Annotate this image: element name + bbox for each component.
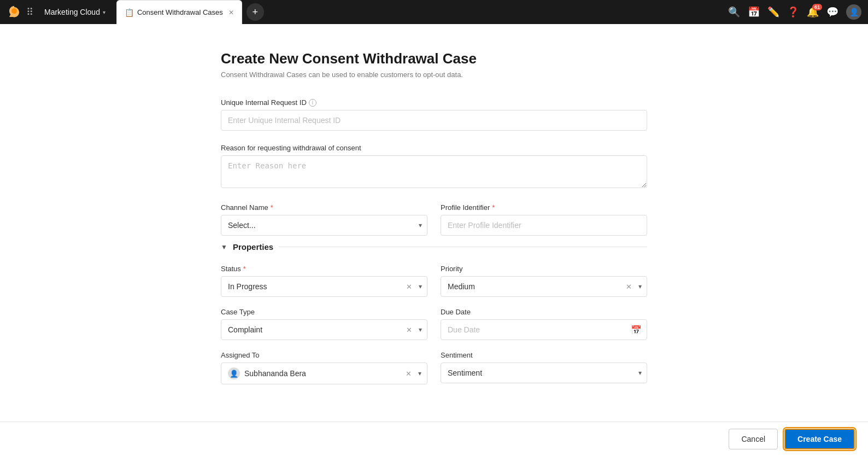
sentiment-select-wrapper: Sentiment Positive Negative Neutral ▾ [441,363,647,383]
tab-label: Consent Withdrawal Cases [137,8,223,16]
status-select-wrapper: In Progress Open Closed ✕ ▾ [221,276,427,297]
tab-bar: 📋 Consent Withdrawal Cases ✕ + [116,0,724,24]
case-type-field-group: Case Type Complaint Inquiry Request ✕ ▾ [221,308,427,340]
tab-icon: 📋 [125,8,134,17]
tab-close-icon[interactable]: ✕ [228,9,234,16]
priority-field-group: Priority Medium Low High ✕ ▾ [441,265,647,297]
due-date-field-group: Due Date 📅 [441,308,647,340]
search-icon[interactable]: 🔍 [728,6,740,18]
profile-identifier-label: Profile Identifier * [441,203,647,212]
status-label: Status * [221,265,427,273]
app-logo [7,4,22,20]
calendar-nav-icon[interactable]: 📅 [748,6,760,18]
help-icon[interactable]: ❓ [787,6,799,18]
case-type-due-date-row: Case Type Complaint Inquiry Request ✕ ▾ … [221,308,647,340]
assigned-to-chevron-icon: ▾ [418,370,421,377]
assignee-name: Subhananda Bera [244,369,407,378]
sentiment-field-group: Sentiment Sentiment Positive Negative Ne… [441,351,647,384]
edit-icon[interactable]: ✏️ [767,6,779,18]
sentiment-label: Sentiment [441,351,647,359]
profile-required-star: * [492,203,495,212]
notifications-badge[interactable]: 🔔 61 [807,6,819,18]
channel-name-label: Channel Name * [221,203,427,212]
case-type-select-wrapper: Complaint Inquiry Request ✕ ▾ [221,319,427,340]
priority-clear-icon[interactable]: ✕ [626,283,632,291]
create-case-button[interactable]: Create Case [784,429,855,449]
priority-label: Priority [441,265,647,273]
sentiment-select[interactable]: Sentiment Positive Negative Neutral [441,363,647,383]
status-priority-row: Status * In Progress Open Closed ✕ ▾ Pri… [221,265,647,297]
unique-id-field-group: Unique Internal Request ID i [221,98,647,131]
reason-field-group: Reason for requesting withdrawal of cons… [221,144,647,190]
status-field-group: Status * In Progress Open Closed ✕ ▾ [221,265,427,297]
due-date-wrapper: 📅 [441,319,647,340]
due-date-label: Due Date [441,308,647,316]
app-switcher[interactable]: Marketing Cloud ▾ [40,5,110,19]
topnav-actions: 🔍 📅 ✏️ ❓ 🔔 61 💬 👤 [728,4,861,20]
assigned-to-input[interactable]: 👤 Subhananda Bera ✕ ▾ [221,363,427,384]
cancel-button[interactable]: Cancel [729,429,778,449]
channel-required-star: * [271,203,273,212]
top-navigation: ⠿ Marketing Cloud ▾ 📋 Consent Withdrawal… [0,0,868,24]
app-grid-icon[interactable]: ⠿ [26,6,33,18]
unique-id-input[interactable] [221,110,647,131]
properties-divider [279,247,647,247]
case-type-label: Case Type [221,308,427,316]
add-tab-button[interactable]: + [247,3,264,21]
channel-profile-row: Channel Name * Select... ▾ Profile Ident… [221,203,647,236]
unique-id-label: Unique Internal Request ID i [221,98,647,107]
page-title: Create New Consent Withdrawal Case [221,50,647,67]
properties-section-title: Properties [233,242,273,252]
profile-identifier-group: Profile Identifier * [441,203,647,236]
user-avatar[interactable]: 👤 [846,4,861,20]
assignee-avatar: 👤 [228,367,240,379]
notification-count: 61 [812,4,822,10]
properties-chevron-icon[interactable]: ▼ [221,243,227,251]
assigned-to-label: Assigned To [221,351,427,359]
chat-icon[interactable]: 💬 [826,6,838,18]
profile-identifier-input[interactable] [441,215,647,236]
channel-name-select[interactable]: Select... [221,215,427,236]
priority-select[interactable]: Medium Low High [441,276,647,297]
status-clear-icon[interactable]: ✕ [406,283,412,291]
properties-section-header: ▼ Properties [221,242,647,252]
assigned-sentiment-row: Assigned To 👤 Subhananda Bera ✕ ▾ Senti [221,351,647,384]
case-type-clear-icon[interactable]: ✕ [406,326,412,334]
app-chevron-icon: ▾ [103,9,105,15]
active-tab[interactable]: 📋 Consent Withdrawal Cases ✕ [116,0,242,24]
case-type-select[interactable]: Complaint Inquiry Request [221,319,427,340]
form-container: Create New Consent Withdrawal Case Conse… [210,50,658,384]
assigned-to-clear-icon[interactable]: ✕ [406,370,412,378]
channel-name-select-wrapper: Select... ▾ [221,215,427,236]
unique-id-info-icon[interactable]: i [309,99,316,107]
footer-bar: Cancel Create Case [0,422,868,456]
app-name: Marketing Cloud [44,8,100,16]
status-required-star: * [243,265,246,273]
reason-label: Reason for requesting withdrawal of cons… [221,144,647,152]
reason-textarea[interactable] [221,155,647,188]
channel-name-group: Channel Name * Select... ▾ [221,203,427,236]
page-subtitle: Consent Withdrawal Cases can be used to … [221,71,647,79]
main-content: Create New Consent Withdrawal Case Conse… [0,24,868,456]
assigned-to-field-group: Assigned To 👤 Subhananda Bera ✕ ▾ [221,351,427,384]
status-select[interactable]: In Progress Open Closed [221,276,427,297]
due-date-input[interactable] [441,319,647,340]
priority-select-wrapper: Medium Low High ✕ ▾ [441,276,647,297]
